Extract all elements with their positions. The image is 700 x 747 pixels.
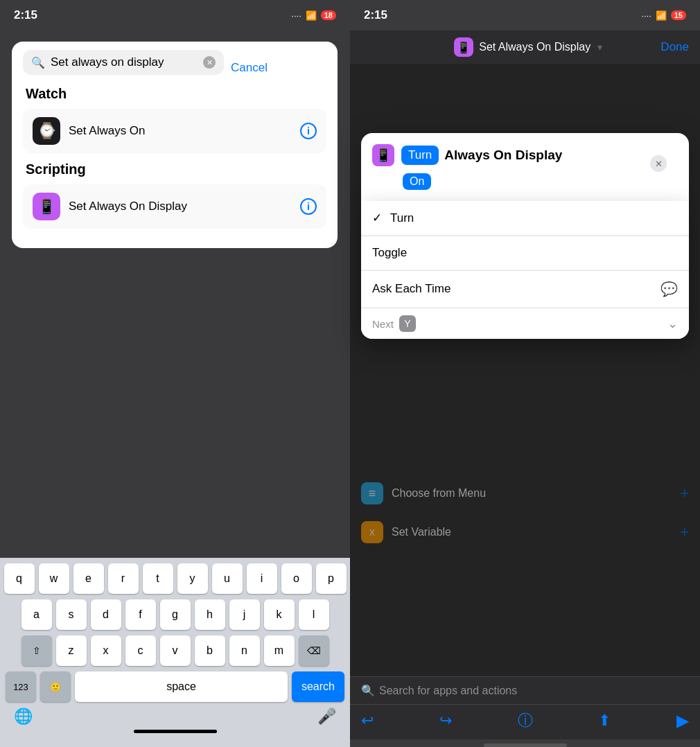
key-g[interactable]: g	[160, 599, 191, 630]
scripting-result-title: Set Always On Display	[69, 200, 187, 213]
option-turn-left: ✓ Turn	[372, 211, 414, 225]
key-shift[interactable]: ⇧	[21, 635, 52, 666]
expand-chevron-icon[interactable]: ⌄	[667, 316, 678, 331]
watch-result-title: Set Always On	[69, 124, 146, 138]
header-chevron-icon[interactable]: ▾	[597, 42, 602, 53]
bottom-search-bar[interactable]: 🔍 Search for apps and actions	[350, 676, 700, 704]
globe-icon[interactable]: 🌐	[14, 708, 33, 726]
option-toggle[interactable]: Toggle	[361, 236, 689, 270]
cancel-button[interactable]: Cancel	[231, 61, 268, 75]
key-emoji[interactable]: 🙂	[40, 671, 71, 702]
signal-icon-right: ····	[641, 10, 651, 21]
section-watch-header: Watch	[23, 86, 326, 102]
home-indicator-left	[134, 730, 217, 733]
redo-icon[interactable]: ↪	[439, 712, 452, 730]
watch-info-icon[interactable]: i	[300, 123, 317, 139]
key-h[interactable]: h	[195, 599, 225, 630]
section-scripting-header: Scripting	[23, 161, 326, 177]
dropdown-icon: 📱	[372, 144, 394, 166]
on-badge[interactable]: On	[403, 173, 431, 190]
notification-badge-right: 15	[671, 10, 686, 20]
scripting-section: Scripting 📱 Set Always On Display i	[23, 161, 326, 229]
key-d[interactable]: d	[91, 599, 121, 630]
turn-label: Turn	[408, 148, 432, 162]
key-search[interactable]: search	[292, 671, 344, 702]
time-left: 2:15	[14, 8, 37, 22]
search-input[interactable]	[51, 55, 198, 69]
key-r[interactable]: r	[108, 563, 139, 594]
watch-app-icon: ⌚	[33, 117, 60, 145]
key-row-2: a s d f g h j k l	[3, 599, 347, 630]
key-s[interactable]: s	[56, 599, 87, 630]
scripting-result-item[interactable]: 📱 Set Always On Display i	[23, 184, 326, 229]
option-toggle-label: Toggle	[372, 246, 407, 260]
next-row: Next Y ⌄	[361, 308, 689, 339]
bottom-search-icon: 🔍	[361, 684, 375, 697]
key-k[interactable]: k	[264, 599, 295, 630]
play-icon[interactable]: ▶	[676, 711, 689, 730]
search-bar[interactable]: 🔍 ✕	[23, 50, 224, 75]
scripting-info-icon[interactable]: i	[300, 198, 317, 215]
key-n[interactable]: n	[229, 635, 260, 666]
key-x[interactable]: x	[91, 635, 121, 666]
bottom-search-inner: 🔍 Search for apps and actions	[361, 684, 689, 697]
watch-result-item[interactable]: ⌚ Set Always On i	[23, 109, 326, 153]
next-content: Y	[399, 315, 662, 332]
turn-dropdown-trigger[interactable]: Turn	[401, 146, 439, 165]
key-m[interactable]: m	[264, 635, 295, 666]
option-ask-label: Ask Each Time	[372, 282, 450, 296]
key-u[interactable]: u	[212, 563, 243, 594]
card-title-part2: Always On Display	[444, 148, 562, 163]
scripting-result-left: 📱 Set Always On Display	[33, 193, 187, 220]
key-f[interactable]: f	[125, 599, 156, 630]
key-123[interactable]: 123	[6, 671, 36, 702]
option-ask-each-time[interactable]: Ask Each Time 💬	[361, 271, 689, 308]
key-z[interactable]: z	[56, 635, 87, 666]
key-space[interactable]: space	[75, 671, 288, 702]
key-v[interactable]: v	[160, 635, 191, 666]
key-o[interactable]: o	[281, 563, 312, 594]
key-l[interactable]: l	[299, 599, 329, 630]
key-t[interactable]: t	[143, 563, 173, 594]
key-q[interactable]: q	[4, 563, 35, 594]
action-title-row: Turn Always On Display	[401, 146, 562, 165]
info-toolbar-icon[interactable]: ⓘ	[518, 710, 533, 731]
status-bar-left: 2:15 ···· 📶 18	[0, 0, 350, 30]
key-w[interactable]: w	[39, 563, 69, 594]
key-y[interactable]: y	[177, 563, 208, 594]
signal-icon: ····	[291, 10, 301, 21]
wifi-icon: 📶	[306, 10, 317, 21]
close-card-button[interactable]: ✕	[650, 155, 667, 172]
key-p[interactable]: p	[316, 563, 347, 594]
key-a[interactable]: a	[21, 599, 52, 630]
dropdown-menu: ✓ Turn Toggle Ask Each Time 💬 Next	[361, 201, 689, 339]
key-b[interactable]: b	[195, 635, 225, 666]
on-row: On	[372, 173, 678, 190]
key-row-bottom: 123 🙂 space search	[3, 671, 347, 702]
left-panel: 2:15 ···· 📶 18 🔍 ✕ Cancel Watch ⌚ Set Al…	[0, 0, 350, 747]
key-e[interactable]: e	[73, 563, 104, 594]
check-icon: ✓	[372, 211, 382, 225]
home-indicator-right	[484, 744, 567, 747]
key-c[interactable]: c	[125, 635, 156, 666]
status-icons-left: ···· 📶 18	[291, 10, 336, 21]
key-i[interactable]: i	[247, 563, 277, 594]
key-j[interactable]: j	[229, 599, 260, 630]
search-icon: 🔍	[31, 56, 45, 69]
share-icon[interactable]: ⬆	[598, 712, 611, 730]
right-content: 📱 Turn Always On Display ✕ On	[350, 64, 700, 676]
mic-icon[interactable]: 🎤	[317, 708, 336, 726]
bubble-icon: 💬	[660, 281, 678, 297]
search-top: 🔍 ✕ Cancel	[23, 50, 326, 86]
done-button[interactable]: Done	[660, 40, 689, 54]
option-turn[interactable]: ✓ Turn	[361, 201, 689, 236]
dropdown-overlay: 📱 Turn Always On Display ✕ On	[361, 133, 689, 339]
next-icon: Y	[399, 315, 416, 332]
undo-icon[interactable]: ↩	[361, 712, 374, 730]
key-row-1: q w e r t y u i o p	[3, 563, 347, 594]
right-panel: 2:15 ···· 📶 15 📱 Set Always On Display ▾…	[350, 0, 700, 747]
notification-badge: 18	[321, 10, 336, 20]
clear-button[interactable]: ✕	[203, 56, 216, 69]
status-icons-right: ···· 📶 15	[641, 10, 686, 21]
key-backspace[interactable]: ⌫	[299, 635, 329, 666]
